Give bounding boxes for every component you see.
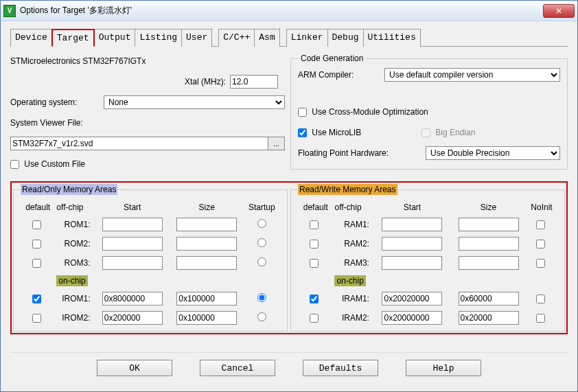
ram1-default[interactable] xyxy=(310,220,319,229)
xtal-input[interactable] xyxy=(230,75,278,89)
ro-row-rom3: ROM3: xyxy=(22,254,279,272)
iram1-noinit[interactable] xyxy=(536,295,545,303)
ram2-noinit[interactable] xyxy=(536,240,545,249)
rw-row-iram2: IRAM2: xyxy=(299,309,556,327)
compiler-select[interactable]: Use default compiler version xyxy=(384,68,560,82)
tab-debug[interactable]: Debug xyxy=(327,29,364,47)
ro-row-irom2: IROM2: xyxy=(22,309,279,327)
iram2-default[interactable] xyxy=(310,314,319,323)
rom2-startup[interactable] xyxy=(257,238,266,247)
dialog-content: Device Target Output Listing User C/C++ … xyxy=(1,21,577,391)
irom1-label: IROM1: xyxy=(55,290,94,308)
memory-areas: Read/Only Memory Areas default off-chip … xyxy=(10,181,568,334)
microlib-wrap[interactable]: Use MicroLIB xyxy=(298,128,421,137)
os-select[interactable]: None xyxy=(104,95,285,109)
rw-fieldset: Read/Write Memory Areas default off-chip… xyxy=(290,184,565,332)
irom2-default[interactable] xyxy=(32,314,41,323)
ram3-default[interactable] xyxy=(310,259,319,268)
rom1-start[interactable] xyxy=(102,218,163,231)
left-column: STMicroelectronics STM32F767IGTx Xtal (M… xyxy=(10,54,285,177)
irom2-start[interactable] xyxy=(102,311,163,325)
irom2-label: IROM2: xyxy=(55,309,94,327)
rom2-default[interactable] xyxy=(32,240,41,249)
tab-linker[interactable]: Linker xyxy=(286,29,328,47)
ram2-default[interactable] xyxy=(310,240,319,249)
ram1-label: RAM1: xyxy=(333,216,373,233)
float-select[interactable]: Use Double Precision xyxy=(426,146,560,160)
rom3-default[interactable] xyxy=(32,259,41,268)
iram1-default[interactable] xyxy=(310,295,319,303)
ro-h-startup: Startup xyxy=(245,200,279,214)
rw-table: default off-chip Start Size NoInit RAM1: xyxy=(298,199,557,328)
iram2-label: IRAM2: xyxy=(333,309,373,327)
ram2-label: RAM2: xyxy=(333,235,373,253)
ram2-size[interactable] xyxy=(459,237,519,251)
ro-h-chip: off-chip xyxy=(55,200,94,214)
tab-asm[interactable]: Asm xyxy=(254,29,279,47)
iram2-noinit[interactable] xyxy=(536,314,545,323)
tab-listing[interactable]: Listing xyxy=(135,29,182,47)
tab-spacer xyxy=(211,28,218,46)
rom1-startup[interactable] xyxy=(257,219,266,228)
tab-utilities[interactable]: Utilities xyxy=(363,29,421,47)
irom1-size[interactable] xyxy=(176,292,237,305)
ram3-start[interactable] xyxy=(382,256,442,270)
cross-module-checkbox[interactable] xyxy=(298,108,307,117)
rw-row-ram2: RAM2: xyxy=(299,235,556,253)
cross-module-wrap[interactable]: Use Cross-Module Optimization xyxy=(298,107,428,117)
ram1-start[interactable] xyxy=(382,218,442,231)
microlib-label: Use MicroLIB xyxy=(312,128,361,137)
ro-legend: Read/Only Memory Areas xyxy=(21,184,117,195)
ok-button[interactable]: OK xyxy=(97,360,172,376)
compiler-label: ARM Compiler: xyxy=(298,70,380,80)
ram3-noinit[interactable] xyxy=(536,259,545,268)
tab-device[interactable]: Device xyxy=(10,29,52,47)
tab-cpp[interactable]: C/C++ xyxy=(218,29,255,47)
rom3-start[interactable] xyxy=(102,256,163,270)
cancel-button[interactable]: Cancel xyxy=(200,360,275,376)
iram1-label: IRAM1: xyxy=(333,290,373,308)
ram3-size[interactable] xyxy=(459,256,519,270)
big-endian-checkbox xyxy=(421,128,430,137)
tab-user[interactable]: User xyxy=(181,29,212,47)
app-icon: V xyxy=(3,5,16,17)
custom-file-checkbox[interactable] xyxy=(10,160,19,169)
custom-file-wrap[interactable]: Use Custom File xyxy=(10,159,85,169)
tab-output[interactable]: Output xyxy=(94,29,136,47)
codegen-fieldset: Code Generation ARM Compiler: Use defaul… xyxy=(290,54,568,170)
iram1-size[interactable] xyxy=(459,292,519,305)
irom2-startup[interactable] xyxy=(257,312,266,321)
ro-row-rom2: ROM2: xyxy=(22,235,279,253)
ram2-start[interactable] xyxy=(382,237,442,251)
iram1-start[interactable] xyxy=(382,292,442,305)
help-button[interactable]: Help xyxy=(406,360,481,376)
ro-row-rom1: ROM1: xyxy=(22,216,279,233)
ram1-noinit[interactable] xyxy=(536,220,545,229)
irom1-start[interactable] xyxy=(102,292,163,305)
rom2-size[interactable] xyxy=(176,237,237,251)
iram2-size[interactable] xyxy=(459,311,519,325)
rom1-size[interactable] xyxy=(176,218,237,231)
rw-legend: Read/Write Memory Areas xyxy=(298,184,397,195)
tab-target[interactable]: Target xyxy=(51,29,95,47)
defaults-button[interactable]: Defaults xyxy=(303,360,378,376)
upper-panel: STMicroelectronics STM32F767IGTx Xtal (M… xyxy=(10,54,568,177)
custom-file-label: Use Custom File xyxy=(24,159,85,169)
rw-onchip: on-chip xyxy=(334,275,365,286)
svf-browse-button[interactable]: ... xyxy=(268,137,285,150)
ram1-size[interactable] xyxy=(459,218,519,231)
svf-input xyxy=(10,137,268,150)
irom2-size[interactable] xyxy=(176,311,237,325)
microlib-checkbox[interactable] xyxy=(298,128,307,137)
iram2-start[interactable] xyxy=(382,311,442,325)
rom3-size[interactable] xyxy=(176,256,237,270)
rom1-default[interactable] xyxy=(32,220,41,229)
ro-h-default: default xyxy=(22,200,54,214)
rw-h-start: Start xyxy=(375,200,450,214)
irom1-startup[interactable] xyxy=(257,293,266,302)
close-button[interactable]: ✕ xyxy=(543,4,575,18)
tab-spacer xyxy=(279,28,286,46)
rom3-startup[interactable] xyxy=(257,257,266,266)
irom1-default[interactable] xyxy=(32,295,41,303)
rom2-start[interactable] xyxy=(102,237,163,251)
